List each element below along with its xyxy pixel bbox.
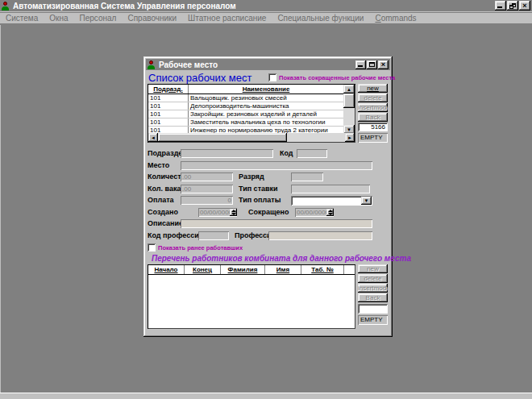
table-row[interactable]: 101 Закройщик. резиновых изделий и детал…	[148, 110, 343, 118]
reduced-spinner[interactable]	[326, 209, 334, 216]
record-count-field: 5166	[358, 123, 388, 131]
created-spinner[interactable]	[230, 209, 237, 216]
main-window-title: Автоматизированная Система Управления пе…	[13, 2, 236, 10]
scrollbar-thumb[interactable]	[343, 94, 355, 108]
back-button: Back	[358, 113, 388, 122]
workplaces-table: Подразд. Наименование 101 Вальцовщик. ре…	[148, 84, 355, 143]
reduced-label: Сокращено	[248, 208, 289, 217]
dialog-minimize-icon[interactable]	[355, 60, 366, 69]
vacancies-field[interactable]: .00	[181, 185, 233, 193]
column-header-stub	[344, 265, 355, 274]
workplace-dialog: Рабочее место × Список рабочих мест Пока…	[143, 56, 393, 337]
column-header-end[interactable]: Конец	[185, 265, 221, 274]
cell-name: Заместитель начальника цеха по технологи…	[189, 118, 343, 126]
vertical-scrollbar[interactable]: ▲ ▼	[343, 85, 355, 134]
column-header-name[interactable]: Наименование	[189, 85, 343, 94]
table-row[interactable]: 101 Делопроизводитель-машинистка	[148, 102, 343, 110]
pay-type-combobox[interactable]: ▼	[291, 196, 372, 206]
workplace-list-heading: Список рабочих мест	[148, 72, 251, 84]
table-row[interactable]: 101 Заместитель начальника цеха по техно…	[148, 118, 343, 127]
profession-field[interactable]	[268, 231, 372, 240]
table-row[interactable]: 101 Вальцовщик. резиновых смесей	[148, 94, 343, 102]
employees-table: Начало Конец Фамилия Имя Таб. №	[148, 264, 355, 329]
new-button[interactable]: new	[358, 84, 388, 93]
created-label: Создано	[148, 208, 178, 217]
menu-item-directories[interactable]: Справочники	[122, 14, 182, 23]
chevron-down-icon[interactable]: ▼	[361, 197, 372, 205]
menu-item-personnel[interactable]: Персонал	[74, 14, 123, 23]
dialog-title: Рабочее место	[159, 60, 218, 69]
pay-label: Оплата	[148, 196, 174, 205]
place-label: Место	[148, 161, 169, 170]
prof-code-field[interactable]	[198, 231, 229, 240]
prof-code-label: Код профессии	[148, 231, 203, 240]
minimize-icon[interactable]	[495, 1, 506, 10]
menu-item-windows[interactable]: Окна	[44, 14, 73, 23]
close-icon[interactable]: ×	[519, 1, 530, 10]
scroll-right-icon[interactable]: ►	[345, 133, 355, 142]
show-former-label: Показать ранее работавших	[158, 244, 243, 251]
rate-type-label: Тип ставки	[239, 185, 278, 193]
new-button-2: new	[358, 264, 388, 273]
column-header-dept[interactable]: Подразд.	[148, 85, 189, 94]
scroll-up-icon[interactable]: ▲	[343, 85, 355, 94]
scroll-left-icon[interactable]: ◄	[148, 133, 158, 142]
workplaces-table-header: Подразд. Наименование	[148, 85, 343, 94]
record-count-field-2	[358, 304, 388, 314]
employees-table-header: Начало Конец Фамилия Имя Таб. №	[148, 265, 355, 275]
grade-field[interactable]	[291, 172, 323, 181]
cell-name: Вальцовщик. резиновых смесей	[189, 94, 343, 102]
status-bar	[0, 393, 532, 399]
status-field: EMPTY	[358, 133, 388, 143]
cell-name: Делопроизводитель-машинистка	[189, 102, 343, 110]
status-field-2: EMPTY	[358, 315, 388, 325]
column-header-start[interactable]: Начало	[148, 265, 185, 274]
column-header-surname[interactable]: Фамилия	[221, 265, 265, 274]
description-label: Описание	[148, 219, 183, 228]
main-titlebar[interactable]: Автоматизированная Система Управления пе…	[0, 0, 532, 12]
description-field[interactable]	[181, 219, 372, 228]
new-button-label: new	[367, 85, 379, 92]
client-area: Рабочее место × Список рабочих мест Пока…	[0, 25, 532, 393]
delete-button-2: delete	[358, 274, 388, 283]
scrollbar-thumb[interactable]	[158, 133, 287, 142]
cell-dept: 101	[148, 118, 189, 126]
column-header-firstname[interactable]: Имя	[265, 265, 301, 274]
desktop: Автоматизированная Система Управления пе…	[0, 0, 532, 399]
back-button-2: Back	[358, 293, 388, 302]
show-reduced-label: Показать сокращенные рабочие места	[279, 74, 395, 81]
cell-dept: 101	[148, 102, 189, 110]
dept-field[interactable]	[181, 149, 273, 158]
dialog-titlebar-buttons: ×	[355, 60, 389, 69]
code-label: Код	[280, 149, 293, 158]
main-titlebar-buttons: ×	[495, 1, 530, 10]
menubar: Система Окна Персонал Справочники Штатно…	[0, 13, 532, 24]
rate-type-field[interactable]	[291, 185, 370, 193]
show-reduced-checkbox[interactable]	[268, 73, 276, 81]
cell-dept: 101	[148, 94, 189, 102]
dialog-icon	[148, 60, 156, 69]
column-header-tabnum[interactable]: Таб. №	[301, 265, 344, 274]
employees-heading: Перечень работников комбината для данног…	[152, 254, 411, 263]
menu-item-staffing[interactable]: Штатное расписание	[182, 14, 272, 23]
dialog-maximize-icon[interactable]	[367, 60, 377, 69]
menu-item-commands[interactable]: Commands	[369, 14, 422, 23]
pay-type-label: Тип оплаты	[239, 196, 281, 205]
quantity-field[interactable]: .00	[181, 172, 233, 181]
dialog-titlebar[interactable]: Рабочее место ×	[146, 59, 390, 70]
restore-icon[interactable]	[507, 1, 518, 10]
grade-label: Разряд	[239, 172, 264, 181]
pay-field[interactable]: 0	[181, 196, 233, 205]
code-field[interactable]	[297, 149, 327, 158]
menu-item-system[interactable]: Система	[0, 14, 44, 23]
insertmode-button-2: insertmode	[358, 284, 388, 293]
menu-item-special[interactable]: Специальные функции	[272, 14, 369, 23]
show-former-checkbox[interactable]	[148, 243, 156, 251]
place-field[interactable]	[181, 161, 372, 170]
cell-name: Закройщик. резиновых изделий и деталей	[189, 110, 343, 118]
cell-dept: 101	[148, 110, 189, 118]
app-icon	[2, 2, 10, 10]
horizontal-scrollbar[interactable]: ◄ ►	[148, 133, 355, 142]
dialog-close-icon[interactable]: ×	[378, 60, 389, 69]
insertmode-button: insertmode	[358, 103, 388, 112]
